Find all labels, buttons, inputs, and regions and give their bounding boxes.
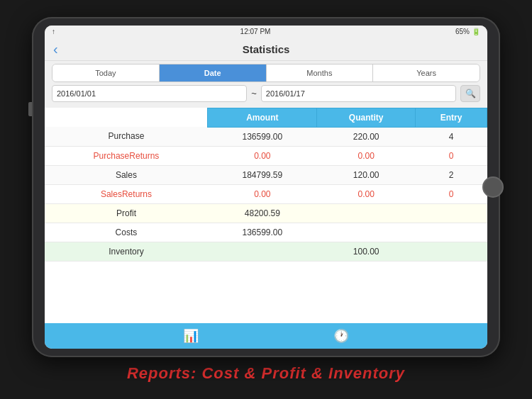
search-icon: 🔍 — [465, 89, 476, 99]
col-entry: Entry — [416, 108, 487, 127]
date-to-input[interactable] — [261, 85, 456, 102]
row-quantity: 220.00 — [317, 127, 416, 146]
row-quantity — [317, 203, 416, 223]
row-amount: 48200.59 — [208, 203, 317, 223]
row-amount: 184799.59 — [208, 165, 317, 184]
bottom-bar: 📊 🕐 — [45, 323, 487, 349]
history-icon[interactable]: 🕐 — [333, 328, 349, 344]
page-title: Statistics — [243, 43, 290, 55]
row-entry: 0 — [416, 146, 487, 165]
table-container: Amount Quantity Entry Purchase136599.002… — [45, 108, 487, 323]
tablet-screen: ↑ 12:07 PM 65% 🔋 ‹ Statistics Today Date… — [45, 26, 487, 349]
home-button[interactable] — [482, 176, 504, 198]
filter-tabs: Today Date Months Years — [52, 64, 480, 82]
status-left: ↑ — [52, 28, 55, 35]
row-entry: 4 — [416, 127, 487, 146]
row-entry: 0 — [416, 184, 487, 203]
side-button — [28, 102, 32, 116]
status-right: 65% 🔋 — [455, 28, 480, 35]
row-quantity: 0.00 — [317, 146, 416, 165]
row-label: Purchase — [45, 127, 208, 146]
row-entry — [416, 223, 487, 242]
battery-label: 65% — [455, 28, 470, 35]
table-row: Profit48200.59 — [45, 203, 487, 223]
tab-months[interactable]: Months — [267, 64, 374, 82]
nav-bar: ‹ Statistics — [45, 38, 487, 61]
row-quantity: 120.00 — [317, 165, 416, 184]
row-entry — [416, 242, 487, 261]
row-amount: 0.00 — [208, 184, 317, 203]
tab-today[interactable]: Today — [52, 64, 160, 82]
row-label: Sales — [45, 165, 208, 184]
row-label: Costs — [45, 223, 208, 242]
date-from-input[interactable] — [52, 85, 247, 102]
filter-bar: Today Date Months Years ~ 🔍 — [45, 61, 487, 108]
table-row: PurchaseReturns0.000.000 — [45, 146, 487, 165]
table-row: Sales184799.59120.002 — [45, 165, 487, 184]
caption-text: Reports: Cost & Profit & Inventory — [127, 364, 405, 383]
col-quantity: Quantity — [317, 108, 416, 127]
col-label — [45, 108, 208, 127]
table-row: Costs136599.00 — [45, 223, 487, 242]
statistics-table: Amount Quantity Entry Purchase136599.002… — [45, 108, 487, 262]
row-label: Inventory — [45, 242, 208, 261]
date-separator: ~ — [251, 88, 257, 99]
status-bar: ↑ 12:07 PM 65% 🔋 — [45, 26, 487, 38]
row-quantity — [317, 223, 416, 242]
search-button[interactable]: 🔍 — [460, 85, 480, 102]
status-time: 12:07 PM — [240, 28, 271, 35]
row-quantity: 100.00 — [317, 242, 416, 261]
reports-icon[interactable]: 📊 — [183, 328, 199, 344]
row-label: PurchaseReturns — [45, 146, 208, 165]
table-row: Purchase136599.00220.004 — [45, 127, 487, 146]
tab-date[interactable]: Date — [160, 64, 267, 82]
table-row: SalesReturns0.000.000 — [45, 184, 487, 203]
row-quantity: 0.00 — [317, 184, 416, 203]
row-amount: 136599.00 — [208, 223, 317, 242]
row-amount: 0.00 — [208, 146, 317, 165]
tablet-device: ↑ 12:07 PM 65% 🔋 ‹ Statistics Today Date… — [32, 17, 500, 357]
row-amount — [208, 242, 317, 261]
row-label: Profit — [45, 203, 208, 223]
date-range-row: ~ 🔍 — [52, 82, 480, 105]
row-entry — [416, 203, 487, 223]
back-button[interactable]: ‹ — [53, 41, 58, 57]
signal-icon: ↑ — [52, 28, 55, 35]
row-label: SalesReturns — [45, 184, 208, 203]
col-amount: Amount — [208, 108, 317, 127]
table-row: Inventory100.00 — [45, 242, 487, 261]
tab-years[interactable]: Years — [373, 64, 480, 82]
row-amount: 136599.00 — [208, 127, 317, 146]
row-entry: 2 — [416, 165, 487, 184]
battery-icon: 🔋 — [472, 28, 480, 35]
